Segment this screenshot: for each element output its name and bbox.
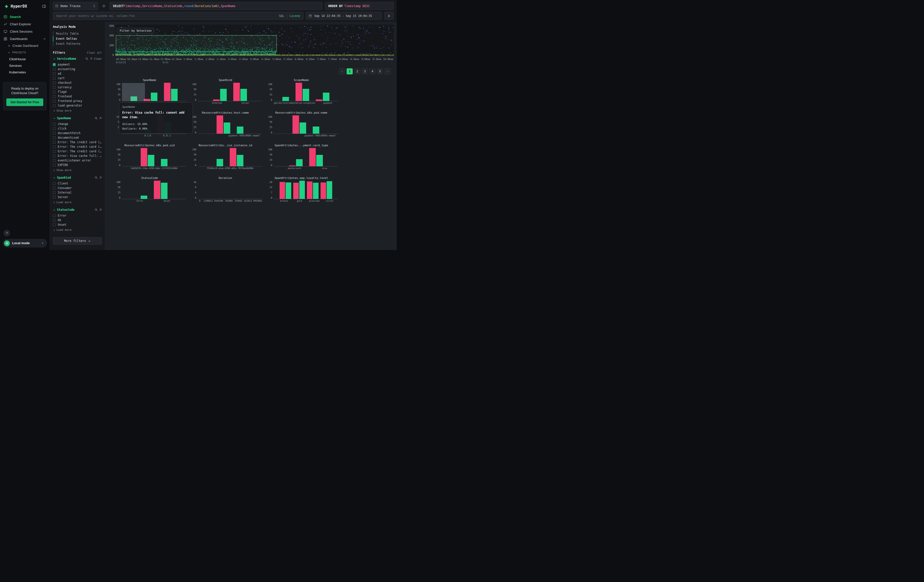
filter-checkbox-row[interactable]: EXPIRE — [53, 163, 102, 167]
pin-icon[interactable] — [99, 117, 102, 120]
search-icon[interactable] — [95, 208, 98, 211]
pink-bar[interactable] — [293, 183, 299, 199]
filter-checkbox-row[interactable]: frontend — [53, 94, 102, 99]
checkbox[interactable] — [53, 127, 56, 130]
filter-checkbox-row[interactable]: load-generator — [53, 103, 102, 108]
heatmap-selection[interactable] — [116, 35, 277, 52]
checkbox[interactable] — [53, 141, 56, 144]
chart-plot[interactable] — [198, 115, 262, 134]
checkbox[interactable] — [53, 91, 56, 93]
green-bar[interactable] — [313, 127, 319, 134]
live-tail-button[interactable] — [384, 12, 394, 20]
pagination-page-5[interactable]: 5 — [377, 68, 383, 74]
chart-plot[interactable] — [198, 181, 262, 199]
green-bar[interactable] — [240, 89, 247, 101]
pink-bar[interactable] — [307, 181, 312, 199]
checkbox[interactable] — [53, 63, 56, 66]
sidebar-item-client-sessions[interactable]: Client Sessions — [0, 28, 50, 35]
green-bar[interactable] — [148, 155, 154, 166]
chart-plot[interactable] — [198, 148, 262, 167]
sidebar-item-chart-explorer[interactable]: Chart Explorer — [0, 20, 50, 28]
order-by-box[interactable]: ORDER BY Timestamp DESC — [325, 2, 394, 10]
checkbox[interactable] — [53, 155, 56, 157]
green-bar[interactable] — [216, 159, 223, 166]
filter-checkbox-row[interactable]: Consumer — [53, 186, 102, 190]
pagination-page-1[interactable]: 1 — [346, 68, 353, 74]
pink-bar[interactable] — [230, 148, 236, 166]
pink-bar[interactable] — [292, 115, 299, 134]
get-started-button[interactable]: Get Started for Free — [6, 99, 43, 106]
chevron-down-icon[interactable] — [53, 208, 56, 211]
pink-bar[interactable] — [289, 165, 295, 166]
chart-plot[interactable] — [122, 148, 186, 167]
chart-plot[interactable] — [274, 83, 338, 101]
filter-checkbox-row[interactable]: documentFetch — [53, 131, 102, 135]
checkbox[interactable] — [53, 223, 56, 226]
green-bar[interactable] — [327, 181, 332, 199]
search-input[interactable] — [56, 14, 277, 18]
help-button[interactable]: ? — [3, 230, 10, 236]
query-input[interactable]: SELECT Timestamp, ServiceName, StatusCod… — [110, 2, 322, 10]
filter-checkbox-row[interactable]: documentLoad — [53, 135, 102, 140]
filter-checkbox-row[interactable]: accounting — [53, 67, 102, 71]
green-bar[interactable] — [220, 89, 227, 101]
sidebar-item-dashboards[interactable]: Dashboards — [0, 35, 50, 43]
chart-plot[interactable] — [122, 83, 186, 101]
filter-checkbox-row[interactable]: currency — [53, 85, 102, 89]
dashboard-preset-clickhouse[interactable]: ClickHouse — [0, 56, 50, 62]
checkbox[interactable] — [53, 77, 56, 80]
checkbox[interactable] — [53, 145, 56, 148]
analysis-mode-results-table[interactable]: Results Table — [53, 31, 102, 36]
pink-bar[interactable] — [316, 99, 322, 101]
user-menu[interactable]: U Local mode — [3, 239, 47, 247]
green-bar[interactable] — [282, 97, 289, 101]
search-icon[interactable] — [95, 176, 98, 179]
pagination-page-2[interactable]: 2 — [354, 68, 360, 74]
analysis-mode-event-deltas[interactable]: Event Deltas — [53, 36, 102, 41]
pink-bar[interactable] — [216, 115, 223, 134]
gear-icon[interactable] — [101, 4, 107, 8]
filter-checkbox-row[interactable]: click — [53, 126, 102, 131]
create-dashboard-button[interactable]: Create Dashboard — [0, 43, 50, 49]
filter-checkbox-row[interactable]: flagd — [53, 89, 102, 94]
lang-lucene-option[interactable]: Lucene — [289, 14, 300, 18]
checkbox[interactable] — [53, 104, 56, 107]
pagination-page-3[interactable]: 3 — [362, 68, 368, 74]
filter-checkbox-row[interactable]: Client — [53, 181, 102, 186]
pagination-next[interactable]: › — [384, 68, 391, 74]
chevron-down-icon[interactable] — [53, 58, 56, 60]
green-bar[interactable] — [300, 122, 306, 134]
dashboard-preset-kubernetes[interactable]: Kubernetes — [0, 69, 50, 76]
pink-bar[interactable] — [154, 181, 160, 199]
checkbox[interactable] — [53, 95, 56, 98]
checkbox[interactable] — [53, 132, 56, 135]
date-range-picker[interactable]: Sep 14 22:04:35 - Sep 15 10:04:35 — [306, 12, 382, 20]
checkbox[interactable] — [53, 137, 56, 139]
chart-plot[interactable] — [198, 83, 262, 101]
checkbox[interactable] — [53, 219, 56, 222]
filter-checkbox-row[interactable]: Error — [53, 213, 102, 218]
filter-checkbox-row[interactable]: Error: The credit card (… — [53, 140, 102, 145]
search-icon[interactable] — [95, 117, 98, 120]
pink-bar[interactable] — [164, 83, 170, 101]
more-filters-button[interactable]: More filters — [53, 237, 102, 245]
pink-bar[interactable] — [213, 99, 219, 101]
dashboard-preset-services[interactable]: Services — [0, 62, 50, 69]
pink-bar[interactable] — [320, 183, 326, 199]
filter-checkbox-row[interactable]: Internal — [53, 190, 102, 195]
green-bar[interactable] — [285, 183, 291, 199]
filter-by-selection-button[interactable]: Filter by Selection — [117, 28, 154, 34]
pink-bar[interactable] — [233, 83, 240, 101]
checkbox[interactable] — [53, 73, 56, 75]
checkbox[interactable] — [53, 187, 56, 190]
pink-bar[interactable] — [141, 148, 147, 166]
green-bar[interactable] — [299, 181, 305, 199]
source-select[interactable]: Demo Traces — [53, 2, 98, 10]
heatmap-plot[interactable]: Filter by Selection — [116, 25, 394, 56]
filter-checkbox-row[interactable]: Error: The credit card (… — [53, 149, 102, 153]
green-bar[interactable] — [237, 155, 243, 166]
green-bar[interactable] — [224, 122, 230, 134]
green-bar[interactable] — [323, 92, 329, 101]
green-bar[interactable] — [316, 155, 323, 166]
clear-all-button[interactable]: Clear all — [87, 51, 102, 54]
